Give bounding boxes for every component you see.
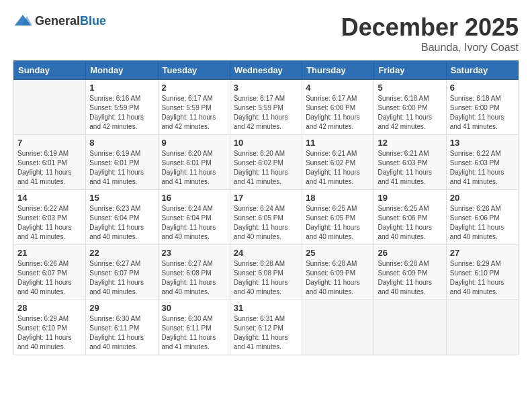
- calendar-cell: 10 Sunrise: 6:20 AMSunset: 6:02 PMDaylig…: [230, 135, 302, 190]
- day-number: 16: [162, 193, 226, 203]
- logo: GeneralBlue: [13, 13, 106, 28]
- calendar-cell: 11 Sunrise: 6:21 AMSunset: 6:02 PMDaylig…: [302, 135, 374, 190]
- day-info: Sunrise: 6:30 AMSunset: 6:11 PMDaylight:…: [162, 315, 216, 351]
- calendar-cell: 29 Sunrise: 6:30 AMSunset: 6:11 PMDaylig…: [86, 300, 158, 355]
- day-number: 29: [89, 303, 154, 313]
- day-info: Sunrise: 6:27 AMSunset: 6:07 PMDaylight:…: [89, 260, 144, 295]
- calendar-cell: 25 Sunrise: 6:28 AMSunset: 6:09 PMDaylig…: [302, 245, 374, 300]
- calendar-week-4: 21 Sunrise: 6:26 AMSunset: 6:07 PMDaylig…: [14, 245, 519, 300]
- day-number: 6: [450, 83, 515, 93]
- day-number: 13: [450, 138, 515, 148]
- month-title: December 2025: [341, 13, 519, 42]
- calendar-cell: 18 Sunrise: 6:25 AMSunset: 6:05 PMDaylig…: [302, 190, 374, 245]
- header-row: Sunday Monday Tuesday Wednesday Thursday…: [14, 61, 519, 80]
- day-info: Sunrise: 6:27 AMSunset: 6:08 PMDaylight:…: [162, 260, 216, 295]
- day-number: 30: [162, 303, 226, 313]
- day-number: 4: [306, 83, 370, 93]
- day-number: 18: [306, 193, 370, 203]
- day-info: Sunrise: 6:26 AMSunset: 6:07 PMDaylight:…: [17, 260, 72, 295]
- day-number: 1: [89, 83, 154, 93]
- calendar-week-2: 7 Sunrise: 6:19 AMSunset: 6:01 PMDayligh…: [14, 135, 519, 190]
- calendar-table: Sunday Monday Tuesday Wednesday Thursday…: [13, 60, 519, 355]
- day-number: 26: [378, 248, 442, 258]
- day-info: Sunrise: 6:28 AMSunset: 6:09 PMDaylight:…: [306, 260, 360, 295]
- day-number: 21: [17, 248, 82, 258]
- day-info: Sunrise: 6:24 AMSunset: 6:04 PMDaylight:…: [162, 205, 216, 240]
- day-info: Sunrise: 6:17 AMSunset: 5:59 PMDaylight:…: [162, 95, 216, 130]
- calendar-cell: 21 Sunrise: 6:26 AMSunset: 6:07 PMDaylig…: [14, 245, 86, 300]
- day-info: Sunrise: 6:30 AMSunset: 6:11 PMDaylight:…: [89, 315, 144, 351]
- calendar-cell: 30 Sunrise: 6:30 AMSunset: 6:11 PMDaylig…: [158, 300, 230, 355]
- day-number: 15: [89, 193, 154, 203]
- calendar-cell: 26 Sunrise: 6:28 AMSunset: 6:09 PMDaylig…: [374, 245, 446, 300]
- calendar-cell: 23 Sunrise: 6:27 AMSunset: 6:08 PMDaylig…: [158, 245, 230, 300]
- calendar-cell: 28 Sunrise: 6:29 AMSunset: 6:10 PMDaylig…: [14, 300, 86, 355]
- day-info: Sunrise: 6:25 AMSunset: 6:06 PMDaylight:…: [378, 205, 432, 240]
- calendar-week-1: 1 Sunrise: 6:16 AMSunset: 5:59 PMDayligh…: [14, 80, 519, 135]
- page-header: GeneralBlue December 2025 Baunda, Ivory …: [13, 13, 519, 54]
- calendar-cell: 17 Sunrise: 6:24 AMSunset: 6:05 PMDaylig…: [230, 190, 302, 245]
- day-number: 14: [17, 193, 82, 203]
- col-thursday: Thursday: [302, 61, 374, 80]
- col-monday: Monday: [86, 61, 158, 80]
- day-info: Sunrise: 6:16 AMSunset: 5:59 PMDaylight:…: [89, 95, 144, 130]
- calendar-week-5: 28 Sunrise: 6:29 AMSunset: 6:10 PMDaylig…: [14, 300, 519, 355]
- col-friday: Friday: [374, 61, 446, 80]
- location-title: Baunda, Ivory Coast: [341, 42, 519, 54]
- day-info: Sunrise: 6:28 AMSunset: 6:09 PMDaylight:…: [378, 260, 432, 295]
- day-info: Sunrise: 6:25 AMSunset: 6:05 PMDaylight:…: [306, 205, 360, 240]
- day-info: Sunrise: 6:29 AMSunset: 6:10 PMDaylight:…: [17, 315, 72, 351]
- day-number: 27: [450, 248, 515, 258]
- day-info: Sunrise: 6:22 AMSunset: 6:03 PMDaylight:…: [17, 205, 72, 240]
- day-info: Sunrise: 6:21 AMSunset: 6:02 PMDaylight:…: [306, 150, 360, 185]
- calendar-cell: 27 Sunrise: 6:29 AMSunset: 6:10 PMDaylig…: [446, 245, 518, 300]
- day-info: Sunrise: 6:29 AMSunset: 6:10 PMDaylight:…: [450, 260, 504, 295]
- day-info: Sunrise: 6:28 AMSunset: 6:08 PMDaylight:…: [234, 260, 288, 295]
- calendar-cell: 22 Sunrise: 6:27 AMSunset: 6:07 PMDaylig…: [86, 245, 158, 300]
- calendar-cell: 3 Sunrise: 6:17 AMSunset: 5:59 PMDayligh…: [230, 80, 302, 135]
- calendar-cell: [374, 300, 446, 355]
- day-info: Sunrise: 6:21 AMSunset: 6:03 PMDaylight:…: [378, 150, 432, 185]
- day-number: 7: [17, 138, 82, 148]
- calendar-cell: 14 Sunrise: 6:22 AMSunset: 6:03 PMDaylig…: [14, 190, 86, 245]
- day-number: 25: [306, 248, 370, 258]
- day-number: 19: [378, 193, 442, 203]
- day-number: 11: [306, 138, 370, 148]
- day-info: Sunrise: 6:22 AMSunset: 6:03 PMDaylight:…: [450, 150, 504, 185]
- day-number: 23: [162, 248, 226, 258]
- col-wednesday: Wednesday: [230, 61, 302, 80]
- day-info: Sunrise: 6:19 AMSunset: 6:01 PMDaylight:…: [89, 150, 144, 185]
- calendar-cell: 13 Sunrise: 6:22 AMSunset: 6:03 PMDaylig…: [446, 135, 518, 190]
- day-info: Sunrise: 6:26 AMSunset: 6:06 PMDaylight:…: [450, 205, 504, 240]
- day-number: 10: [234, 138, 298, 148]
- calendar-cell: 16 Sunrise: 6:24 AMSunset: 6:04 PMDaylig…: [158, 190, 230, 245]
- day-number: 5: [378, 83, 442, 93]
- day-info: Sunrise: 6:20 AMSunset: 6:02 PMDaylight:…: [234, 150, 288, 185]
- day-number: 28: [17, 303, 82, 313]
- day-number: 3: [234, 83, 298, 93]
- calendar-cell: 2 Sunrise: 6:17 AMSunset: 5:59 PMDayligh…: [158, 80, 230, 135]
- title-section: December 2025 Baunda, Ivory Coast: [341, 13, 519, 54]
- calendar-cell: 9 Sunrise: 6:20 AMSunset: 6:01 PMDayligh…: [158, 135, 230, 190]
- day-number: 12: [378, 138, 442, 148]
- day-info: Sunrise: 6:31 AMSunset: 6:12 PMDaylight:…: [234, 315, 288, 351]
- calendar-cell: 4 Sunrise: 6:17 AMSunset: 6:00 PMDayligh…: [302, 80, 374, 135]
- day-info: Sunrise: 6:19 AMSunset: 6:01 PMDaylight:…: [17, 150, 72, 185]
- day-info: Sunrise: 6:24 AMSunset: 6:05 PMDaylight:…: [234, 205, 288, 240]
- calendar-cell: [14, 80, 86, 135]
- day-info: Sunrise: 6:17 AMSunset: 6:00 PMDaylight:…: [306, 95, 360, 130]
- calendar-cell: 5 Sunrise: 6:18 AMSunset: 6:00 PMDayligh…: [374, 80, 446, 135]
- calendar-cell: 15 Sunrise: 6:23 AMSunset: 6:04 PMDaylig…: [86, 190, 158, 245]
- calendar-cell: [446, 300, 518, 355]
- day-number: 24: [234, 248, 298, 258]
- day-info: Sunrise: 6:18 AMSunset: 6:00 PMDaylight:…: [450, 95, 504, 130]
- day-number: 31: [234, 303, 298, 313]
- col-saturday: Saturday: [446, 61, 518, 80]
- day-info: Sunrise: 6:17 AMSunset: 5:59 PMDaylight:…: [234, 95, 288, 130]
- day-number: 17: [234, 193, 298, 203]
- day-number: 20: [450, 193, 515, 203]
- day-number: 22: [89, 248, 154, 258]
- calendar-cell: 20 Sunrise: 6:26 AMSunset: 6:06 PMDaylig…: [446, 190, 518, 245]
- logo-general: GeneralBlue: [35, 14, 106, 28]
- calendar-cell: 31 Sunrise: 6:31 AMSunset: 6:12 PMDaylig…: [230, 300, 302, 355]
